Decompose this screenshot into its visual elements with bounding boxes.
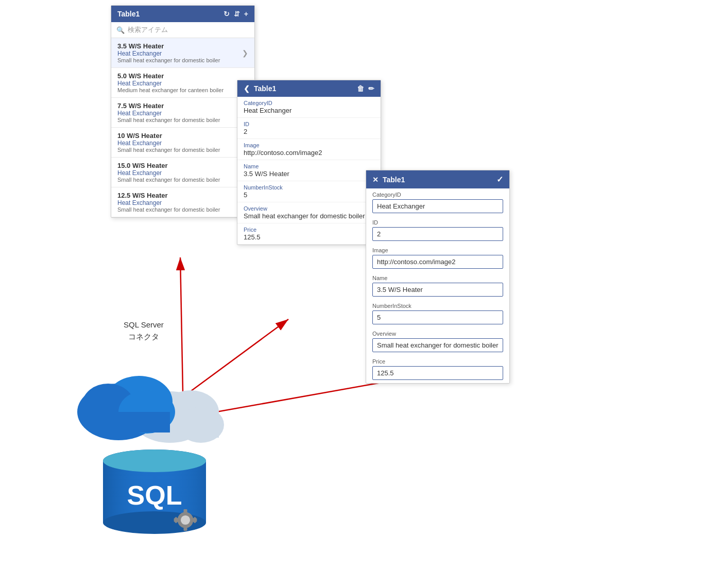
item-name: 15.0 W/S Heater: [117, 162, 220, 169]
detail-field: ID 2: [237, 118, 381, 139]
delete-icon[interactable]: 🗑: [357, 84, 364, 93]
edit-input[interactable]: [372, 310, 503, 324]
search-placeholder: 検索アイテム: [128, 25, 168, 34]
edit-label: Overview: [372, 331, 503, 337]
detail-value: 5: [244, 191, 374, 199]
detail-label: Price: [244, 227, 374, 233]
item-name: 5.0 W/S Heater: [117, 72, 224, 80]
sql-label-line2: コネクタ: [124, 331, 164, 343]
list-item-content: 12.5 W/S Heater Heat Exchanger Small hea…: [117, 192, 220, 213]
edit-label: Price: [372, 358, 503, 365]
edit-field: Name: [366, 272, 509, 300]
list-item-content: 10 W/S Heater Heat Exchanger Small heat …: [117, 132, 220, 153]
panel-list: Table1 ↻ ⇵ + 🔍 検索アイテム 3.5 W/S Heater Hea…: [111, 5, 255, 218]
item-name: 3.5 W/S Heater: [117, 42, 220, 50]
sort-icon[interactable]: ⇵: [234, 10, 240, 18]
edit-label: ID: [372, 219, 503, 226]
item-category: Heat Exchanger: [117, 169, 220, 177]
panel-edit-header-icons: ✓: [496, 175, 503, 184]
svg-text:SQL: SQL: [127, 480, 182, 510]
search-icon: 🔍: [116, 26, 125, 34]
back-icon[interactable]: ❮: [244, 84, 250, 93]
list-item[interactable]: 3.5 W/S Heater Heat Exchanger Small heat…: [111, 38, 254, 68]
detail-label: Name: [244, 163, 374, 169]
panel-detail: ❮ Table1 🗑 ✏ CategoryID Heat Exchanger I…: [237, 80, 381, 245]
list-item[interactable]: 7.5 W/S Heater Heat Exchanger Small heat…: [111, 98, 254, 128]
edit-input[interactable]: [372, 255, 503, 269]
item-name: 7.5 W/S Heater: [117, 102, 220, 110]
edit-label: NumberInStock: [372, 303, 503, 309]
svg-point-17: [103, 449, 206, 472]
detail-label: ID: [244, 121, 374, 127]
add-icon[interactable]: +: [244, 10, 248, 18]
item-category: Heat Exchanger: [117, 50, 220, 57]
close-icon[interactable]: ✕: [372, 176, 379, 184]
detail-label: Image: [244, 142, 374, 148]
item-desc: Small heat exchanger for domestic boiler: [117, 177, 220, 183]
list-item-content: 7.5 W/S Heater Heat Exchanger Small heat…: [117, 102, 220, 123]
item-category: Heat Exchanger: [117, 199, 220, 206]
list-item-content: 15.0 W/S Heater Heat Exchanger Small hea…: [117, 162, 220, 183]
edit-icon[interactable]: ✏: [368, 84, 374, 93]
detail-field: NumberInStock 5: [237, 181, 381, 202]
item-category: Heat Exchanger: [117, 110, 220, 117]
edit-input[interactable]: [372, 227, 503, 241]
edit-input[interactable]: [372, 283, 503, 297]
confirm-icon[interactable]: ✓: [496, 175, 503, 184]
panel-list-icons: ↻ ⇵ +: [224, 10, 248, 18]
item-category: Heat Exchanger: [117, 140, 220, 147]
item-category: Heat Exchanger: [117, 80, 224, 87]
detail-field: Image http://contoso.com/image2: [237, 139, 381, 160]
list-item-content: 5.0 W/S Heater Heat Exchanger Medium hea…: [117, 72, 224, 93]
edit-label: Name: [372, 275, 503, 281]
detail-fields-container: CategoryID Heat Exchanger ID 2 Image htt…: [237, 97, 381, 245]
edit-input[interactable]: [372, 338, 503, 352]
detail-label: Overview: [244, 205, 374, 212]
detail-label: NumberInStock: [244, 184, 374, 191]
edit-field: NumberInStock: [366, 300, 509, 327]
refresh-icon[interactable]: ↻: [224, 10, 230, 18]
panel-detail-icons: 🗑 ✏: [357, 84, 374, 93]
edit-field: Image: [366, 244, 509, 272]
panel-edit: ✕ Table1 ✓ CategoryID ID Image Name Numb…: [366, 170, 510, 384]
list-item[interactable]: 10 W/S Heater Heat Exchanger Small heat …: [111, 128, 254, 158]
detail-value: http://contoso.com/image2: [244, 149, 374, 157]
list-item[interactable]: 15.0 W/S Heater Heat Exchanger Small hea…: [111, 158, 254, 187]
detail-field: CategoryID Heat Exchanger: [237, 97, 381, 118]
edit-input[interactable]: [372, 366, 503, 380]
list-item[interactable]: 5.0 W/S Heater Heat Exchanger Medium hea…: [111, 68, 254, 98]
list-item[interactable]: 12.5 W/S Heater Heat Exchanger Small hea…: [111, 187, 254, 217]
detail-field: Price 125.5: [237, 223, 381, 245]
edit-field: ID: [366, 216, 509, 244]
item-name: 10 W/S Heater: [117, 132, 220, 140]
item-desc: Small heat exchanger for domestic boiler: [117, 206, 220, 213]
detail-label: CategoryID: [244, 100, 374, 106]
item-desc: Small heat exchanger for domestic boiler: [117, 147, 220, 153]
panel-edit-header: ✕ Table1 ✓: [366, 170, 509, 188]
sql-illustration: SQL: [67, 350, 242, 546]
edit-input[interactable]: [372, 199, 503, 213]
list-items-container: 3.5 W/S Heater Heat Exchanger Small heat…: [111, 38, 254, 217]
edit-fields-container: CategoryID ID Image Name NumberInStock O…: [366, 188, 509, 383]
item-name: 12.5 W/S Heater: [117, 192, 220, 199]
detail-field: Overview Small heat exchanger for domest…: [237, 202, 381, 223]
detail-value: 3.5 W/S Heater: [244, 170, 374, 178]
svg-rect-22: [184, 527, 187, 531]
panel-list-header: Table1 ↻ ⇵ +: [111, 6, 254, 22]
detail-value: Small heat exchanger for domestic boiler: [244, 212, 374, 220]
edit-field: Overview: [366, 327, 509, 355]
search-box: 🔍 検索アイテム: [111, 22, 254, 38]
item-desc: Small heat exchanger for domestic boiler: [117, 57, 220, 63]
detail-value: 2: [244, 128, 374, 135]
svg-rect-21: [184, 509, 187, 513]
list-item-content: 3.5 W/S Heater Heat Exchanger Small heat…: [117, 42, 220, 63]
svg-point-20: [181, 515, 190, 525]
sql-label-line1: SQL Server: [124, 319, 164, 331]
edit-field: CategoryID: [366, 188, 509, 216]
chevron-right-icon: ❯: [242, 49, 248, 57]
item-desc: Medium heat exchanger for canteen boiler: [117, 87, 224, 93]
panel-list-title: Table1: [117, 10, 140, 18]
detail-value: Heat Exchanger: [244, 107, 374, 114]
panel-detail-title: Table1: [254, 84, 276, 93]
edit-label: CategoryID: [372, 192, 503, 198]
